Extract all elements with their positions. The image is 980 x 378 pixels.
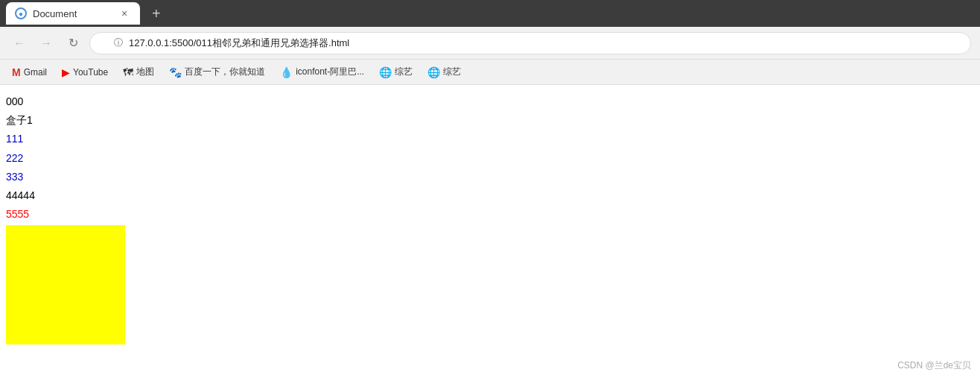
bookmark-baidu-label: 百度一下，你就知道 [185, 66, 265, 78]
bookmark-maps[interactable]: 🗺 地图 [117, 64, 160, 80]
bookmark-maps-label: 地图 [136, 66, 154, 78]
gmail-icon: M [12, 66, 21, 78]
bookmark-gmail-label: Gmail [24, 67, 47, 78]
new-tab-button[interactable]: + [146, 5, 167, 22]
text-box1: 盒子1 [6, 111, 974, 130]
text-5555: 5555 [6, 205, 974, 224]
refresh-button[interactable]: ↻ [63, 33, 83, 54]
iconfont-icon: 💧 [280, 66, 293, 78]
globe-icon-2: 🌐 [427, 66, 440, 78]
baidu-icon: 🐾 [169, 66, 182, 78]
bookmark-youtube[interactable]: ▶ YouTube [56, 65, 114, 80]
yellow-box [6, 225, 125, 344]
address-url: 127.0.0.1:5500/011相邻兄弟和通用兄弟选择器.html [129, 37, 349, 50]
page-content: 000 盒子1 111 222 333 44444 5555 [0, 85, 980, 352]
globe-icon-1: 🌐 [379, 66, 392, 78]
bookmark-gmail[interactable]: M Gmail [6, 65, 53, 80]
address-input[interactable]: ⓘ 127.0.0.1:5500/011相邻兄弟和通用兄弟选择器.html [89, 32, 971, 54]
browser-titlebar: ● Document × + [0, 0, 980, 27]
forward-button[interactable]: → [36, 33, 57, 54]
bookmark-youtube-label: YouTube [73, 67, 108, 78]
tab-favicon-icon: ● [15, 7, 27, 19]
text-222: 222 [6, 149, 974, 168]
text-111: 111 [6, 130, 974, 148]
bookmark-iconfont-label: iconfont-阿里巴... [296, 66, 364, 78]
browser-tab[interactable]: ● Document × [6, 2, 140, 25]
tab-title: Document [33, 8, 77, 19]
bookmark-zy1[interactable]: 🌐 综艺 [373, 64, 419, 80]
youtube-icon: ▶ [62, 66, 70, 78]
address-lock-icon: ⓘ [114, 37, 123, 49]
bookmark-baidu[interactable]: 🐾 百度一下，你就知道 [163, 64, 271, 80]
bookmark-zy1-label: 综艺 [395, 66, 413, 78]
bookmark-iconfont[interactable]: 💧 iconfont-阿里巴... [274, 64, 370, 80]
text-000: 000 [6, 92, 974, 111]
text-333: 333 [6, 168, 974, 186]
bookmarks-bar: M Gmail ▶ YouTube 🗺 地图 🐾 百度一下，你就知道 💧 ico… [0, 60, 980, 85]
back-button[interactable]: ← [9, 33, 30, 54]
address-bar: ← → ↻ ⓘ 127.0.0.1:5500/011相邻兄弟和通用兄弟选择器.h… [0, 27, 980, 60]
bookmark-zy2-label: 综艺 [443, 66, 461, 78]
text-44444: 44444 [6, 186, 974, 205]
maps-icon: 🗺 [123, 66, 133, 78]
tab-close-button[interactable]: × [118, 7, 131, 20]
bookmark-zy2[interactable]: 🌐 综艺 [421, 64, 467, 80]
